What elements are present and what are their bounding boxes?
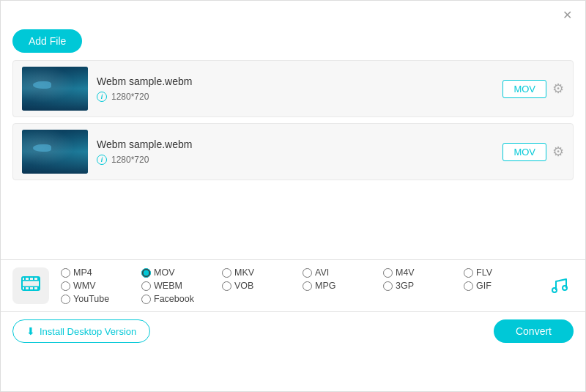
svg-rect-2: [22, 286, 40, 288]
format-label-youtube: YouTube: [73, 294, 109, 304]
svg-rect-8: [29, 287, 30, 290]
format-label-facebook: Facebook: [154, 294, 194, 304]
format-radio-mpg[interactable]: [303, 281, 312, 291]
format-option-m4v[interactable]: M4V: [383, 267, 464, 278]
convert-button[interactable]: Convert: [494, 319, 574, 343]
file-actions-2: MOV ⚙: [502, 143, 564, 161]
file-resolution-1: 1280*720: [111, 92, 149, 102]
file-meta-2: i 1280*720: [97, 155, 494, 165]
format-radio-youtube[interactable]: [61, 295, 70, 304]
svg-point-12: [563, 286, 567, 290]
format-option-vob[interactable]: VOB: [222, 281, 303, 291]
format-label-m4v: M4V: [396, 267, 415, 278]
add-file-button[interactable]: Add File: [12, 29, 82, 53]
file-resolution-2: 1280*720: [111, 155, 149, 165]
format-option-webm[interactable]: WEBM: [141, 281, 222, 291]
download-icon: ⬇: [26, 325, 35, 337]
format-badge-1[interactable]: MOV: [502, 80, 546, 98]
svg-rect-5: [33, 277, 34, 280]
format-radio-mkv[interactable]: [222, 268, 231, 278]
svg-rect-1: [22, 280, 40, 281]
svg-rect-9: [33, 287, 34, 290]
format-radio-avi[interactable]: [303, 268, 312, 278]
format-option-mkv[interactable]: MKV: [222, 267, 303, 278]
format-options: MP4MOVMKVAVIM4VFLVWMVWEBMVOBMPG3GPGIFYou…: [61, 267, 544, 304]
file-item-2: Webm sample.webm i 1280*720 MOV ⚙: [12, 123, 574, 180]
svg-rect-6: [37, 277, 39, 280]
format-label-wmv: WMV: [73, 281, 96, 291]
format-option-3gp[interactable]: 3GP: [383, 281, 464, 291]
file-item: Webm sample.webm i 1280*720 MOV ⚙: [12, 60, 574, 117]
film-icon: [21, 273, 41, 298]
format-option-mov[interactable]: MOV: [141, 267, 222, 278]
format-radio-vob[interactable]: [222, 281, 231, 291]
file-info-1: Webm sample.webm i 1280*720: [88, 75, 502, 102]
format-option-wmv[interactable]: WMV: [61, 281, 141, 291]
format-label-flv: FLV: [476, 267, 492, 278]
format-label-vob: VOB: [234, 281, 253, 291]
info-icon-2[interactable]: i: [97, 155, 107, 165]
action-bar: ⬇ Install Desktop Version Convert: [1, 311, 585, 350]
format-label-mp4: MP4: [73, 267, 92, 278]
format-label-mov: MOV: [154, 267, 174, 278]
format-radio-webm[interactable]: [141, 281, 151, 291]
format-radio-mov[interactable]: [141, 268, 151, 278]
format-radio-flv[interactable]: [464, 268, 473, 278]
install-label: Install Desktop Version: [40, 326, 136, 337]
format-radio-3gp[interactable]: [383, 281, 393, 291]
svg-rect-4: [29, 277, 30, 280]
empty-space: [1, 186, 585, 259]
format-option-facebook[interactable]: Facebook: [141, 294, 222, 304]
format-option-avi[interactable]: AVI: [303, 267, 383, 278]
file-name-1: Webm sample.webm: [97, 75, 494, 87]
format-option-gif[interactable]: GIF: [464, 281, 544, 291]
install-desktop-button[interactable]: ⬇ Install Desktop Version: [12, 319, 150, 343]
svg-rect-7: [24, 287, 26, 290]
format-radio-m4v[interactable]: [383, 268, 393, 278]
format-label-mkv: MKV: [234, 267, 254, 278]
svg-rect-10: [37, 287, 39, 290]
format-option-mp4[interactable]: MP4: [61, 267, 141, 278]
music-icon: [549, 275, 569, 296]
format-label-avi: AVI: [315, 267, 329, 278]
file-thumbnail-2: [22, 130, 88, 174]
format-radio-facebook[interactable]: [141, 295, 151, 304]
format-option-youtube[interactable]: YouTube: [61, 294, 141, 304]
file-actions-1: MOV ⚙: [502, 80, 564, 98]
format-radio-gif[interactable]: [464, 281, 473, 291]
format-badge-2[interactable]: MOV: [502, 143, 546, 161]
info-icon-1[interactable]: i: [97, 92, 107, 102]
format-label-gif: GIF: [476, 281, 492, 291]
file-info-2: Webm sample.webm i 1280*720: [88, 138, 502, 165]
format-label-3gp: 3GP: [396, 281, 414, 291]
file-meta-1: i 1280*720: [97, 92, 494, 102]
format-option-mpg[interactable]: MPG: [303, 281, 383, 291]
close-button[interactable]: ✕: [558, 7, 576, 23]
format-label-mpg: MPG: [315, 281, 335, 291]
settings-icon-1[interactable]: ⚙: [552, 81, 564, 97]
file-name-2: Webm sample.webm: [97, 138, 494, 150]
format-radio-wmv[interactable]: [61, 281, 70, 291]
file-list: Webm sample.webm i 1280*720 MOV ⚙ Webm s…: [1, 60, 585, 180]
toolbar: Add File: [1, 26, 585, 60]
format-option-flv[interactable]: FLV: [464, 267, 544, 278]
svg-rect-3: [24, 277, 26, 280]
svg-point-11: [552, 288, 557, 292]
file-thumbnail-1: [22, 67, 88, 111]
format-bar: MP4MOVMKVAVIM4VFLVWMVWEBMVOBMPG3GPGIFYou…: [1, 259, 585, 311]
title-bar: ✕: [1, 1, 585, 26]
settings-icon-2[interactable]: ⚙: [552, 144, 564, 160]
format-radio-mp4[interactable]: [61, 268, 70, 278]
format-label-webm: WEBM: [154, 281, 182, 291]
music-icon-area[interactable]: [544, 275, 574, 296]
video-icon-container: [12, 267, 49, 304]
